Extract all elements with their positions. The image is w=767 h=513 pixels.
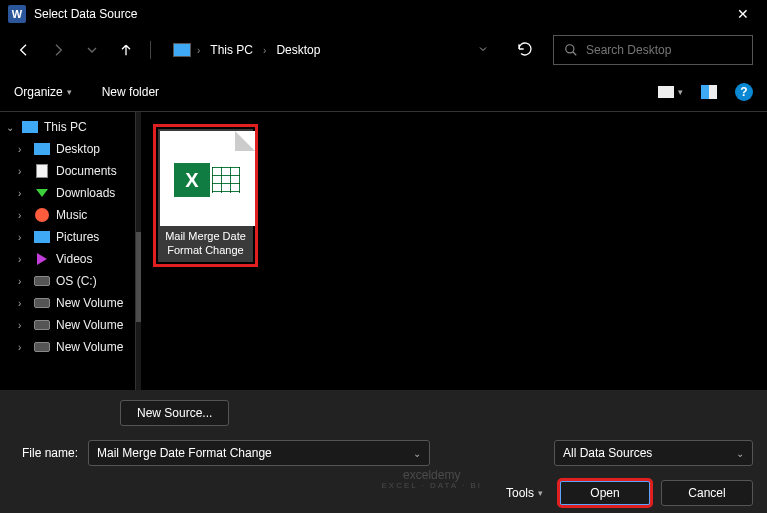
sidebar-item-label: Desktop [56, 142, 100, 156]
sidebar-item-downloads[interactable]: ›Downloads [0, 182, 135, 204]
vid-icon [34, 252, 50, 266]
new-folder-label: New folder [102, 85, 159, 99]
sidebar-scrollbar[interactable] [135, 112, 141, 390]
file-name-label: File name: [14, 446, 78, 460]
new-folder-button[interactable]: New folder [102, 85, 159, 99]
organize-menu[interactable]: Organize ▾ [14, 85, 72, 99]
close-icon[interactable]: ✕ [727, 6, 759, 22]
nav-toolbar: › This PC › Desktop [0, 28, 767, 72]
file-name-value: Mail Merge Date Format Change [97, 446, 407, 460]
arrow-right-icon [50, 42, 66, 58]
word-icon: W [8, 5, 26, 23]
refresh-button[interactable] [511, 41, 539, 60]
main-area: ⌄This PC›Desktop›Documents›Downloads›Mus… [0, 112, 767, 390]
chevron-right-icon[interactable]: › [18, 144, 28, 155]
cancel-button[interactable]: Cancel [661, 480, 753, 506]
drive-icon [34, 296, 50, 310]
sidebar-item-label: Videos [56, 252, 92, 266]
bottom-panel: New Source... File name: Mail Merge Date… [0, 390, 767, 513]
desktop-icon [34, 142, 50, 156]
preview-pane-button[interactable] [701, 85, 717, 99]
chevron-right-icon[interactable]: › [197, 45, 200, 56]
open-button[interactable]: Open [559, 480, 651, 506]
filter-value: All Data Sources [563, 446, 730, 460]
scrollbar-thumb[interactable] [136, 232, 141, 322]
dl-icon [34, 186, 50, 200]
new-source-button[interactable]: New Source... [120, 400, 229, 426]
file-item-label: Mail Merge Date Format Change [160, 226, 251, 260]
pc-icon [22, 120, 38, 134]
file-item-mail-merge-date-format-change[interactable]: XMail Merge Date Format Change [153, 124, 258, 267]
sidebar-item-music[interactable]: ›Music [0, 204, 135, 226]
sidebar-item-label: Documents [56, 164, 117, 178]
forward-button[interactable] [48, 40, 68, 60]
breadcrumb-desktop[interactable]: Desktop [272, 41, 324, 59]
sidebar-item-nv1[interactable]: ›New Volume [0, 292, 135, 314]
pc-icon [173, 43, 191, 57]
svg-point-0 [566, 45, 574, 53]
chevron-down-icon[interactable]: ⌄ [413, 448, 421, 459]
chevron-right-icon[interactable]: › [18, 210, 28, 221]
nav-separator [150, 41, 151, 59]
arrow-left-icon [16, 42, 32, 58]
drive-icon [34, 274, 50, 288]
sidebar-item-documents[interactable]: ›Documents [0, 160, 135, 182]
sidebar-item-desktop[interactable]: ›Desktop [0, 138, 135, 160]
chevron-right-icon[interactable]: › [18, 232, 28, 243]
sidebar-item-label: New Volume [56, 318, 123, 332]
sidebar-item-nv2[interactable]: ›New Volume [0, 314, 135, 336]
recent-button[interactable] [82, 40, 102, 60]
sidebar-item-label: Downloads [56, 186, 115, 200]
sidebar-item-pictures[interactable]: ›Pictures [0, 226, 135, 248]
sidebar-item-label: Music [56, 208, 87, 222]
file-type-filter[interactable]: All Data Sources ⌄ [554, 440, 753, 466]
breadcrumb-this-pc[interactable]: This PC [206, 41, 257, 59]
chevron-down-icon [477, 43, 489, 55]
chevron-down-icon: ▾ [678, 87, 683, 97]
sidebar-item-osc[interactable]: ›OS (C:) [0, 270, 135, 292]
view-icon [658, 86, 674, 98]
chevron-down-icon: ▾ [538, 488, 543, 498]
search-input[interactable] [586, 43, 742, 57]
sidebar-item-label: New Volume [56, 340, 123, 354]
chevron-down-icon: ▾ [67, 87, 72, 97]
music-icon [34, 208, 50, 222]
sidebar-item-videos[interactable]: ›Videos [0, 248, 135, 270]
chevron-right-icon[interactable]: › [18, 320, 28, 331]
window-title: Select Data Source [34, 7, 727, 21]
chevron-right-icon[interactable]: › [18, 166, 28, 177]
chevron-down-icon[interactable]: ⌄ [6, 122, 16, 133]
file-list[interactable]: XMail Merge Date Format Change [141, 112, 767, 390]
arrow-up-icon [118, 42, 134, 58]
doc-icon [34, 164, 50, 178]
chevron-right-icon[interactable]: › [18, 342, 28, 353]
view-menu[interactable]: ▾ [658, 86, 683, 98]
address-dropdown[interactable] [477, 43, 489, 58]
titlebar: W Select Data Source ✕ [0, 0, 767, 28]
chevron-right-icon[interactable]: › [18, 298, 28, 309]
folder-tree[interactable]: ⌄This PC›Desktop›Documents›Downloads›Mus… [0, 112, 135, 390]
search-box[interactable] [553, 35, 753, 65]
chevron-down-icon [84, 42, 100, 58]
sidebar-item-label: OS (C:) [56, 274, 97, 288]
sidebar-item-label: This PC [44, 120, 87, 134]
chevron-right-icon[interactable]: › [18, 188, 28, 199]
organize-label: Organize [14, 85, 63, 99]
chevron-right-icon[interactable]: › [18, 276, 28, 287]
tools-menu[interactable]: Tools ▾ [506, 486, 543, 500]
chevron-down-icon[interactable]: ⌄ [736, 448, 744, 459]
sidebar-item-nv3[interactable]: ›New Volume [0, 336, 135, 358]
up-button[interactable] [116, 40, 136, 60]
chevron-right-icon[interactable]: › [18, 254, 28, 265]
chevron-right-icon[interactable]: › [263, 45, 266, 56]
sidebar-item-pc[interactable]: ⌄This PC [0, 116, 135, 138]
tools-label: Tools [506, 486, 534, 500]
back-button[interactable] [14, 40, 34, 60]
address-bar[interactable]: › This PC › Desktop [165, 35, 497, 65]
excel-file-icon: X [160, 131, 255, 226]
drive-icon [34, 318, 50, 332]
search-icon [564, 43, 578, 57]
refresh-icon [517, 41, 533, 57]
help-button[interactable]: ? [735, 83, 753, 101]
file-name-combo[interactable]: Mail Merge Date Format Change ⌄ [88, 440, 430, 466]
